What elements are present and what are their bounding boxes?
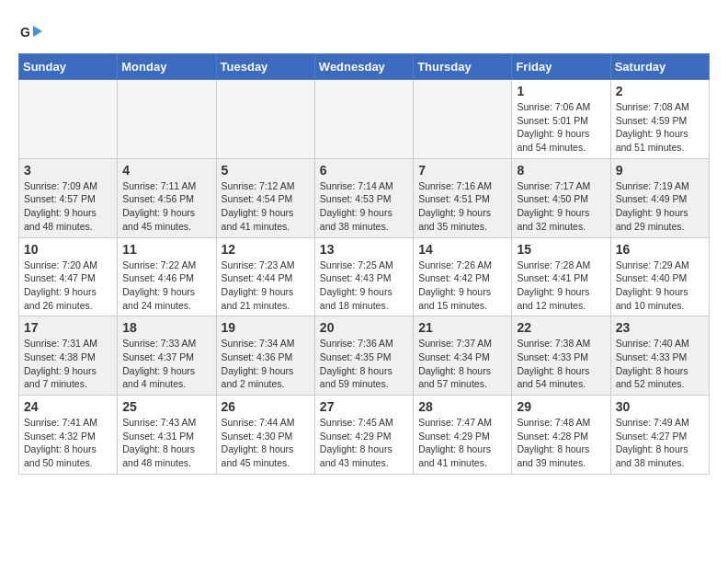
day-info: Sunrise: 7:26 AMSunset: 4:42 PMDaylight:… [418, 259, 506, 313]
day-info: Sunrise: 7:47 AMSunset: 4:29 PMDaylight:… [418, 416, 506, 470]
calendar-cell: 13Sunrise: 7:25 AMSunset: 4:43 PMDayligh… [314, 237, 413, 316]
day-info: Sunrise: 7:31 AMSunset: 4:38 PMDaylight:… [24, 337, 112, 391]
day-number: 5 [222, 163, 310, 178]
calendar-cell: 14Sunrise: 7:26 AMSunset: 4:42 PMDayligh… [414, 237, 512, 316]
calendar-cell [118, 80, 216, 159]
day-info: Sunrise: 7:12 AMSunset: 4:54 PMDaylight:… [222, 179, 310, 234]
day-number: 16 [616, 242, 704, 257]
day-number: 30 [616, 399, 704, 414]
calendar-cell: 25Sunrise: 7:43 AMSunset: 4:31 PMDayligh… [118, 396, 216, 475]
day-number: 27 [320, 399, 408, 414]
day-info: Sunrise: 7:08 AMSunset: 4:59 PMDaylight:… [616, 100, 704, 155]
calendar-cell: 24Sunrise: 7:41 AMSunset: 4:32 PMDayligh… [19, 396, 118, 475]
day-info: Sunrise: 7:17 AMSunset: 4:50 PMDaylight:… [517, 179, 605, 234]
day-info: Sunrise: 7:40 AMSunset: 4:33 PMDaylight:… [616, 337, 704, 391]
day-info: Sunrise: 7:29 AMSunset: 4:40 PMDaylight:… [616, 259, 704, 313]
day-number: 28 [418, 399, 506, 414]
calendar-cell: 20Sunrise: 7:36 AMSunset: 4:35 PMDayligh… [314, 316, 413, 396]
calendar-cell [216, 80, 314, 159]
day-number: 26 [222, 399, 310, 414]
day-info: Sunrise: 7:23 AMSunset: 4:44 PMDaylight:… [222, 259, 310, 313]
calendar-cell: 23Sunrise: 7:40 AMSunset: 4:33 PMDayligh… [610, 316, 709, 396]
day-number: 19 [222, 320, 310, 335]
page-header: G [18, 18, 710, 44]
day-info: Sunrise: 7:33 AMSunset: 4:37 PMDaylight:… [122, 337, 210, 391]
calendar-cell: 30Sunrise: 7:49 AMSunset: 4:27 PMDayligh… [610, 396, 709, 475]
weekday-header-tuesday: Tuesday [216, 54, 314, 80]
weekday-header-saturday: Saturday [610, 54, 709, 80]
day-info: Sunrise: 7:34 AMSunset: 4:36 PMDaylight:… [222, 337, 310, 391]
calendar-cell: 21Sunrise: 7:37 AMSunset: 4:34 PMDayligh… [414, 316, 512, 396]
day-number: 18 [122, 320, 210, 335]
day-info: Sunrise: 7:45 AMSunset: 4:29 PMDaylight:… [320, 416, 408, 470]
day-number: 10 [24, 242, 112, 257]
calendar-cell: 27Sunrise: 7:45 AMSunset: 4:29 PMDayligh… [314, 396, 413, 475]
day-info: Sunrise: 7:37 AMSunset: 4:34 PMDaylight:… [418, 337, 506, 391]
day-number: 8 [517, 163, 605, 178]
calendar-cell: 19Sunrise: 7:34 AMSunset: 4:36 PMDayligh… [216, 316, 314, 396]
day-number: 3 [24, 163, 112, 178]
logo: G [18, 18, 48, 44]
calendar-cell: 12Sunrise: 7:23 AMSunset: 4:44 PMDayligh… [216, 237, 314, 316]
day-number: 6 [320, 163, 408, 178]
calendar-week-3: 10Sunrise: 7:20 AMSunset: 4:47 PMDayligh… [19, 237, 710, 316]
day-number: 9 [616, 163, 704, 178]
calendar-cell: 15Sunrise: 7:28 AMSunset: 4:41 PMDayligh… [512, 237, 610, 316]
day-number: 23 [616, 320, 704, 335]
calendar-cell: 16Sunrise: 7:29 AMSunset: 4:40 PMDayligh… [610, 237, 709, 316]
calendar-cell: 10Sunrise: 7:20 AMSunset: 4:47 PMDayligh… [19, 237, 118, 316]
svg-text:G: G [20, 25, 30, 40]
calendar-cell: 7Sunrise: 7:16 AMSunset: 4:51 PMDaylight… [414, 158, 512, 237]
day-number: 21 [418, 320, 506, 335]
calendar-cell: 2Sunrise: 7:08 AMSunset: 4:59 PMDaylight… [610, 80, 709, 159]
weekday-header-monday: Monday [118, 54, 216, 80]
day-number: 11 [122, 242, 210, 257]
day-number: 7 [418, 163, 506, 178]
day-info: Sunrise: 7:36 AMSunset: 4:35 PMDaylight:… [320, 337, 408, 391]
day-info: Sunrise: 7:06 AMSunset: 5:01 PMDaylight:… [517, 100, 605, 155]
calendar-cell [314, 80, 413, 159]
day-info: Sunrise: 7:49 AMSunset: 4:27 PMDaylight:… [616, 416, 704, 470]
calendar-cell: 6Sunrise: 7:14 AMSunset: 4:53 PMDaylight… [314, 158, 413, 237]
day-info: Sunrise: 7:11 AMSunset: 4:56 PMDaylight:… [122, 179, 210, 234]
weekday-header-wednesday: Wednesday [314, 54, 413, 80]
day-number: 25 [122, 399, 210, 414]
calendar-cell: 28Sunrise: 7:47 AMSunset: 4:29 PMDayligh… [414, 396, 512, 475]
day-number: 13 [320, 242, 408, 257]
calendar-cell: 3Sunrise: 7:09 AMSunset: 4:57 PMDaylight… [19, 158, 118, 237]
day-info: Sunrise: 7:22 AMSunset: 4:46 PMDaylight:… [122, 259, 210, 313]
day-number: 15 [517, 242, 605, 257]
day-number: 4 [122, 163, 210, 178]
day-number: 20 [320, 320, 408, 335]
day-number: 22 [517, 320, 605, 335]
day-info: Sunrise: 7:16 AMSunset: 4:51 PMDaylight:… [418, 179, 506, 234]
day-number: 29 [517, 399, 605, 414]
calendar-cell [414, 80, 512, 159]
calendar-cell: 5Sunrise: 7:12 AMSunset: 4:54 PMDaylight… [216, 158, 314, 237]
day-number: 2 [616, 84, 704, 98]
calendar-cell: 4Sunrise: 7:11 AMSunset: 4:56 PMDaylight… [118, 158, 216, 237]
calendar-week-1: 1Sunrise: 7:06 AMSunset: 5:01 PMDaylight… [19, 80, 710, 159]
day-info: Sunrise: 7:48 AMSunset: 4:28 PMDaylight:… [517, 416, 605, 470]
calendar-cell: 26Sunrise: 7:44 AMSunset: 4:30 PMDayligh… [216, 396, 314, 475]
day-info: Sunrise: 7:38 AMSunset: 4:33 PMDaylight:… [517, 337, 605, 391]
calendar-cell: 11Sunrise: 7:22 AMSunset: 4:46 PMDayligh… [118, 237, 216, 316]
calendar-cell: 17Sunrise: 7:31 AMSunset: 4:38 PMDayligh… [19, 316, 118, 396]
day-info: Sunrise: 7:28 AMSunset: 4:41 PMDaylight:… [517, 259, 605, 313]
day-info: Sunrise: 7:43 AMSunset: 4:31 PMDaylight:… [122, 416, 210, 470]
day-number: 24 [24, 399, 112, 414]
calendar-cell: 29Sunrise: 7:48 AMSunset: 4:28 PMDayligh… [512, 396, 610, 475]
day-info: Sunrise: 7:41 AMSunset: 4:32 PMDaylight:… [24, 416, 112, 470]
day-number: 1 [517, 84, 605, 98]
calendar-week-5: 24Sunrise: 7:41 AMSunset: 4:32 PMDayligh… [19, 396, 710, 475]
day-number: 12 [222, 242, 310, 257]
logo-icon: G [18, 18, 44, 44]
day-number: 17 [24, 320, 112, 335]
day-info: Sunrise: 7:20 AMSunset: 4:47 PMDaylight:… [24, 259, 112, 313]
day-info: Sunrise: 7:09 AMSunset: 4:57 PMDaylight:… [24, 179, 112, 234]
calendar-cell: 18Sunrise: 7:33 AMSunset: 4:37 PMDayligh… [118, 316, 216, 396]
calendar-cell: 8Sunrise: 7:17 AMSunset: 4:50 PMDaylight… [512, 158, 610, 237]
calendar-week-2: 3Sunrise: 7:09 AMSunset: 4:57 PMDaylight… [19, 158, 710, 237]
svg-marker-1 [33, 26, 42, 37]
calendar-cell: 9Sunrise: 7:19 AMSunset: 4:49 PMDaylight… [610, 158, 709, 237]
